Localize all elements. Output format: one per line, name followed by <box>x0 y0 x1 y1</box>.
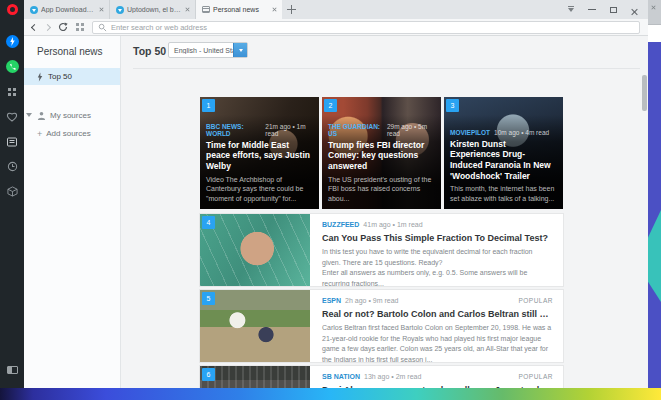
address-input[interactable] <box>111 23 634 32</box>
close-button[interactable] <box>631 1 638 19</box>
source-label[interactable]: ESPN <box>322 297 341 304</box>
article-excerpt: Carlos Beltran first faced Bartolo Colon… <box>322 323 553 362</box>
article-meta: 41m ago • 1m read <box>363 221 422 228</box>
article-thumbnail: 6 <box>200 366 310 388</box>
header-divider <box>133 68 640 69</box>
rank-badge: 2 <box>324 99 337 112</box>
article-title[interactable]: Kirsten Dunst Experiences Drug-Induced P… <box>450 139 557 182</box>
tab-close-icon[interactable] <box>272 7 277 12</box>
tab-uptodown-blog[interactable]: Uptodown, el blog <box>110 0 196 19</box>
row-text: BUZZFEED41m ago • 1m read Can You Pass T… <box>310 214 563 286</box>
featured-row: 1 BBC NEWS: WORLD21m ago • 1m read Time … <box>200 97 563 209</box>
row-text: ESPN2h ago • 9m readPOPULAR Real or not?… <box>310 290 563 362</box>
news-favicon <box>202 6 210 13</box>
article-excerpt: The US president's ousting of the FBI bo… <box>328 175 435 203</box>
list-item[interactable]: 6 SB NATION13h ago • 2m readPOPULAR Dani… <box>200 366 563 388</box>
article-thumbnail: 4 <box>200 214 310 286</box>
article-thumbnail: 5 <box>200 290 310 362</box>
tab-menu-chevron-icon[interactable] <box>568 8 574 15</box>
card-text: THE GUARDIAN: US29m ago • 5m read Trump … <box>322 118 441 209</box>
background-window-strip <box>648 0 661 388</box>
rank-badge: 5 <box>202 292 215 305</box>
personal-news-icon[interactable] <box>0 129 24 154</box>
new-tab-button[interactable] <box>282 0 300 19</box>
language-value: English - United States <box>169 47 233 54</box>
bookmarks-heart-icon[interactable] <box>0 104 24 129</box>
background-close-icon[interactable] <box>651 5 656 10</box>
tab-personal-news[interactable]: Personal news <box>196 0 282 19</box>
article-title[interactable]: Can You Pass This Simple Fraction To Dec… <box>322 233 553 243</box>
article-list: 4 BUZZFEED41m ago • 1m read Can You Pass… <box>200 214 563 388</box>
article-title[interactable]: Real or not? Bartolo Colon and Carlos Be… <box>322 309 553 319</box>
reload-icon[interactable] <box>58 22 68 32</box>
background-window-page <box>648 42 661 388</box>
news-panel: Personal news Top 50 My sources + Add so… <box>24 36 121 388</box>
source-label[interactable]: BBC NEWS: WORLD <box>206 123 261 137</box>
scrollbar[interactable] <box>642 75 647 111</box>
sidebar-item-my-sources[interactable]: My sources <box>24 111 120 120</box>
tab-close-icon[interactable] <box>99 7 104 12</box>
panel-title: Personal news <box>24 36 120 57</box>
featured-card[interactable]: 2 THE GUARDIAN: US29m ago • 5m read Trum… <box>322 97 441 209</box>
article-meta: 2h ago • 9m read <box>345 297 398 304</box>
source-label[interactable]: MOVIEPILOT <box>450 129 490 136</box>
language-dropdown-button[interactable] <box>233 43 247 57</box>
messenger-icon[interactable] <box>0 29 24 54</box>
history-clock-icon[interactable] <box>0 154 24 179</box>
sidebar-item-top50[interactable]: Top 50 <box>24 68 120 85</box>
search-icon <box>98 23 107 32</box>
source-label[interactable]: THE GUARDIAN: US <box>328 123 383 137</box>
tab-close-icon[interactable] <box>185 7 190 12</box>
uptodown-favicon <box>116 6 124 14</box>
article-meta: 10m ago • 4m read <box>494 129 549 136</box>
sidebar-item-add-sources[interactable]: + Add sources <box>24 129 120 138</box>
article-title[interactable]: Trump fires FBI director Comey: key ques… <box>328 140 435 172</box>
page-title: Top 50 <box>133 45 166 57</box>
row-text: SB NATION13h ago • 2m readPOPULAR Dani A… <box>310 366 563 388</box>
maximize-button[interactable] <box>610 7 617 13</box>
minimize-button[interactable] <box>588 9 596 10</box>
featured-card[interactable]: 1 BBC NEWS: WORLD21m ago • 1m read Time … <box>200 97 319 209</box>
featured-card[interactable]: 3 MOVIEPILOT10m ago • 4m read Kirsten Du… <box>444 97 563 209</box>
sidebar-toggle-icon[interactable] <box>7 366 18 374</box>
extensions-box-icon[interactable] <box>0 179 24 204</box>
whatsapp-bubble <box>6 60 19 73</box>
article-excerpt: Video The Archbishop of Canterbury says … <box>206 175 313 203</box>
rank-badge: 4 <box>202 216 215 229</box>
forward-icon[interactable] <box>44 23 51 30</box>
tiles-icon[interactable] <box>76 23 79 26</box>
lightning-icon <box>37 72 43 82</box>
article-title[interactable]: Dani Alves scores spectacular volley as … <box>322 385 553 388</box>
source-label[interactable]: SB NATION <box>322 373 360 380</box>
speed-dial-icon[interactable] <box>0 79 24 104</box>
tab-title: Personal news <box>213 6 268 13</box>
collapse-caret-icon[interactable] <box>26 113 32 120</box>
address-field[interactable] <box>92 21 640 34</box>
list-item[interactable]: 5 ESPN2h ago • 9m readPOPULAR Real or no… <box>200 290 563 362</box>
article-meta: 29m ago • 5m read <box>387 123 435 137</box>
language-select[interactable]: English - United States <box>168 42 248 58</box>
rank-badge: 1 <box>202 99 215 112</box>
messenger-bubble <box>6 35 19 48</box>
chevron-down-icon <box>239 49 243 54</box>
window-controls <box>568 0 648 19</box>
card-text: MOVIEPILOT10m ago • 4m read Kirsten Duns… <box>444 124 563 209</box>
background-window-toolbar <box>648 24 661 42</box>
tab-title: App Downloads for Wind <box>41 6 95 13</box>
uptodown-favicon <box>30 6 38 14</box>
list-item[interactable]: 4 BUZZFEED41m ago • 1m read Can You Pass… <box>200 214 563 286</box>
whatsapp-icon[interactable] <box>0 54 24 79</box>
opera-logo[interactable] <box>7 4 18 15</box>
tab-title: Uptodown, el blog <box>127 6 181 13</box>
article-excerpt: This month, the internet has been set ab… <box>450 184 557 203</box>
article-title[interactable]: Time for Middle East peace efforts, says… <box>206 140 313 172</box>
background-window-titlebar <box>648 0 661 24</box>
popular-badge: POPULAR <box>518 297 553 304</box>
plus-icon: + <box>37 131 42 137</box>
source-label[interactable]: BUZZFEED <box>322 221 359 228</box>
news-content: Top 50 English - United States 1 BBC NEW… <box>121 36 648 388</box>
my-sources-label: My sources <box>50 111 91 120</box>
rank-badge: 3 <box>446 99 459 112</box>
tab-app-downloads[interactable]: App Downloads for Wind <box>24 0 110 19</box>
back-icon[interactable] <box>31 23 38 30</box>
